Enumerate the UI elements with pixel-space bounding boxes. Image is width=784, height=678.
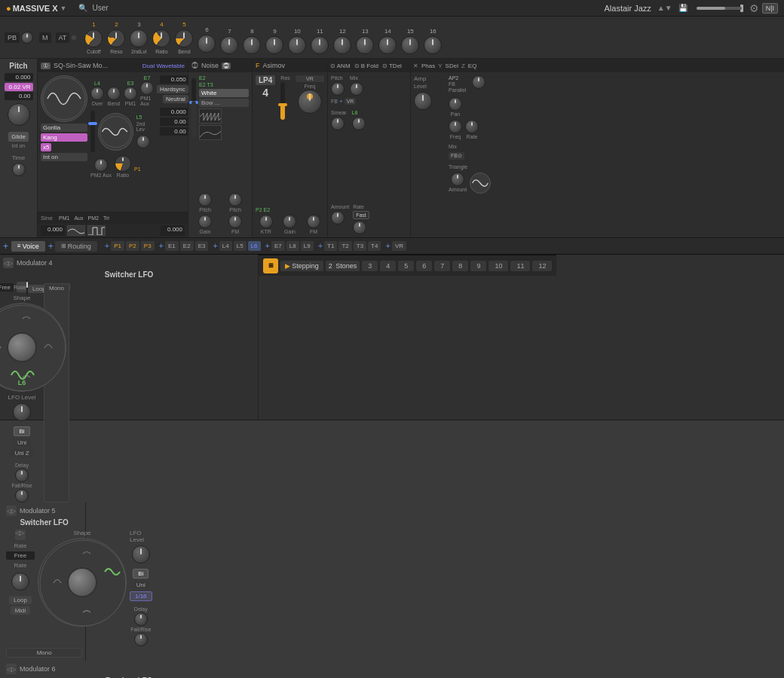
dual-wavetable-label[interactable]: Dual Wavetable <box>142 63 185 69</box>
mod5-midi-btn[interactable]: Midi <box>11 606 31 615</box>
voice-tab[interactable]: ≡ Voice <box>11 241 45 252</box>
int-on-preset[interactable]: Int on <box>41 153 87 161</box>
x5-preset[interactable]: x5 <box>41 143 51 151</box>
fx-amount-knob[interactable] <box>451 173 464 186</box>
fx-freq-knob[interactable] <box>449 120 462 133</box>
phas-btn[interactable]: Phas <box>421 63 435 69</box>
mod5-loop-btn[interactable]: Loop <box>9 596 32 604</box>
mod4-inner-knob[interactable] <box>7 332 37 362</box>
amp-level-knob[interactable] <box>414 92 432 110</box>
macro-7-knob[interactable] <box>220 36 238 54</box>
slot-l9[interactable]: L9 <box>301 241 314 251</box>
res-slider[interactable] <box>280 82 285 120</box>
search-icon[interactable]: 🔍 <box>78 4 87 12</box>
nav-up[interactable]: ▲ <box>657 4 665 12</box>
seq-slot-11[interactable]: 11 <box>510 261 530 271</box>
slot-l6[interactable]: L6 <box>248 241 261 251</box>
dropdown-arrow[interactable]: ▼ <box>60 5 67 12</box>
add-slot-vr[interactable]: + <box>385 241 390 251</box>
macro-14[interactable]: 14 <box>378 28 397 54</box>
macro-11[interactable]: 11 <box>311 28 329 54</box>
gorilla-preset[interactable]: Gorilla <box>41 124 87 132</box>
add-slot-e[interactable]: + <box>159 241 164 251</box>
filter-fm-knob[interactable] <box>307 215 320 228</box>
noise-level-slider[interactable] <box>191 78 196 139</box>
mod5-delay-knob[interactable] <box>134 612 148 626</box>
macro-5[interactable]: 5 Bend <box>175 21 193 54</box>
smear-knob[interactable] <box>331 117 345 130</box>
slot-e7[interactable]: E7 <box>271 241 285 251</box>
macro-15-knob[interactable] <box>401 36 419 54</box>
pitch-value-1[interactable]: 0.000 <box>5 73 33 81</box>
slot-l8[interactable]: L8 <box>286 241 299 251</box>
noise-pitch1-knob[interactable] <box>198 193 212 206</box>
macro-11-knob[interactable] <box>311 36 329 54</box>
add-slot-t[interactable]: + <box>318 241 323 251</box>
macro-9[interactable]: 9 <box>265 28 283 54</box>
seq-slot-4[interactable]: 4 <box>380 261 396 271</box>
slot-t3[interactable]: T3 <box>354 241 366 251</box>
add-icon-2[interactable]: + <box>48 241 54 252</box>
macro-3[interactable]: 3 2ndLvl <box>130 21 148 54</box>
mod5-uni-btn[interactable]: Uni <box>132 581 150 589</box>
add-slot-p[interactable]: + <box>105 241 109 251</box>
mod4-lfo-wheel[interactable]: L6 <box>0 303 66 392</box>
seq-slot-3[interactable]: 3 <box>362 261 378 271</box>
slot-e3[interactable]: E3 <box>195 241 209 251</box>
volume-slider[interactable] <box>697 5 743 12</box>
pm-value-2[interactable]: 0.00 <box>160 118 188 126</box>
nav-down[interactable]: ▼ <box>665 4 672 12</box>
filter-ktr-knob[interactable] <box>259 215 273 228</box>
filter-name[interactable]: Asimov <box>263 62 286 69</box>
macro-1-knob[interactable] <box>84 29 103 47</box>
macro-2[interactable]: 2 Reso <box>107 21 125 54</box>
macro-12-knob[interactable] <box>333 36 351 54</box>
slot-vr[interactable]: VR <box>392 241 406 251</box>
freq-main-knob[interactable] <box>298 90 322 114</box>
seq-slot-5[interactable]: 5 <box>398 261 414 271</box>
slot-t1[interactable]: T1 <box>324 241 337 251</box>
seq-slot-2[interactable]: 2 Stones <box>326 261 360 271</box>
mod4-lfo-level-knob[interactable] <box>13 403 31 421</box>
filter-type[interactable]: LP4 <box>256 75 275 85</box>
macro-8[interactable]: 8 <box>243 28 261 54</box>
seq-slot-10[interactable]: 10 <box>488 261 508 271</box>
osc1-header-name[interactable]: SQ-Sin-Saw Mo... <box>54 62 139 69</box>
macro-3-knob[interactable] <box>130 29 148 47</box>
macro-6[interactable]: 6 <box>198 26 216 54</box>
routing-tab[interactable]: ⊞ Routing <box>55 241 97 252</box>
pan-knob[interactable] <box>449 97 462 111</box>
sdel-btn[interactable]: SDel <box>446 63 458 69</box>
mod5-mono-btn[interactable]: Mono <box>6 648 82 658</box>
seq-slot-8[interactable]: 8 <box>452 261 468 271</box>
pm2aux-knob[interactable] <box>115 155 131 172</box>
bend-knob[interactable] <box>107 87 121 100</box>
pm1aux-knob[interactable] <box>140 81 154 95</box>
noise-fm-knob[interactable] <box>228 215 242 228</box>
mod4-rate-type[interactable]: Free <box>0 283 14 292</box>
neutral-btn[interactable]: Neutral <box>163 95 188 103</box>
save-icon[interactable]: 💾 <box>678 4 688 12</box>
mod5-bi-btn[interactable]: Bi <box>133 569 149 579</box>
slot-p1[interactable]: P1 <box>111 241 124 251</box>
macro-13-knob[interactable] <box>356 36 374 54</box>
rate-anm-knob[interactable] <box>353 221 366 234</box>
slot-l4[interactable]: L4 <box>219 241 232 251</box>
pitch-knob[interactable] <box>8 103 30 126</box>
seq-slot-7[interactable]: 7 <box>434 261 450 271</box>
macro-16-knob[interactable] <box>424 36 442 54</box>
noise-gain-knob[interactable] <box>198 215 212 228</box>
macro-9-knob[interactable] <box>265 36 283 54</box>
mod4-uniz-btn[interactable]: Uni Z <box>10 449 33 457</box>
fb-anm-btn[interactable]: + <box>339 98 343 105</box>
glide-btn[interactable]: Glide <box>8 132 29 142</box>
macro-14-knob[interactable] <box>378 36 397 54</box>
m-control[interactable]: M <box>39 32 51 43</box>
settings-icon[interactable]: ⚙ <box>749 2 759 14</box>
pitch-value-2[interactable]: 0.02 VR <box>5 83 33 91</box>
macro-10[interactable]: 10 <box>288 28 306 54</box>
osc2-val-2[interactable]: 0.000 <box>161 225 185 236</box>
seq-slot-6[interactable]: 6 <box>416 261 432 271</box>
slot-l5[interactable]: L5 <box>234 241 247 251</box>
slot-t2[interactable]: T2 <box>338 241 351 251</box>
